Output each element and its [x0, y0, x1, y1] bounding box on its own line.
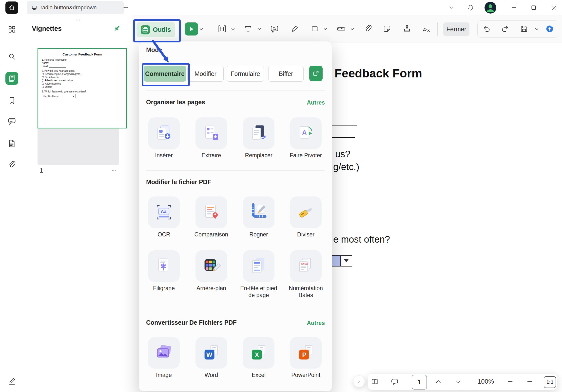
previous-page-button[interactable] [434, 377, 443, 386]
popup-divider [146, 170, 325, 171]
reading-mode-icon [370, 377, 379, 386]
radio-icon [42, 86, 44, 88]
rail-item-bookmarks[interactable] [6, 95, 18, 107]
shape-tool-button[interactable] [309, 23, 320, 35]
zoom-in-button[interactable] [525, 377, 535, 386]
pin-panel-button[interactable] [112, 23, 122, 34]
close-button[interactable] [549, 3, 559, 13]
toolbar: Outils Fermer [132, 15, 562, 43]
rail-item-attachments[interactable] [6, 159, 18, 171]
popup-item-entete-pied[interactable]: En-tête et pied de page [238, 250, 280, 299]
popup-item-extraire[interactable]: Extraire [190, 117, 232, 159]
stamp-tool-button[interactable] [401, 23, 413, 35]
popup-item-filigrane[interactable]: Filigrane [143, 250, 185, 292]
signature-tool-button[interactable] [421, 23, 432, 35]
pages-icon [7, 74, 17, 83]
notifications-button[interactable] [466, 3, 476, 13]
page-options-button[interactable] [109, 167, 119, 174]
rail-item-comments[interactable] [6, 115, 18, 127]
mode-commentaire-button[interactable]: Commentaire [144, 66, 186, 82]
comment-search-tool-button[interactable] [269, 23, 280, 35]
rail-item-thumbnails[interactable] [5, 72, 18, 85]
measure-tool-dropdown[interactable] [350, 27, 354, 31]
pen-tool-button[interactable] [289, 23, 300, 35]
rail-item-annotate[interactable] [6, 375, 18, 387]
highlight-tool-dropdown[interactable] [231, 27, 235, 31]
thumb-select-box: User Dashboard [42, 94, 76, 98]
mode-label-text: Modifier [194, 70, 216, 77]
organiser-autres-link[interactable]: Autres [307, 99, 325, 106]
document-text-fragment: us? [335, 149, 350, 160]
form-dropdown-button[interactable] [340, 256, 352, 266]
popup-item-diviser[interactable]: Diviser [285, 196, 327, 238]
popup-item-label: Filigrane [153, 285, 175, 292]
comments-icon [7, 117, 17, 126]
text-tool-dropdown[interactable] [257, 27, 262, 31]
user-avatar[interactable] [484, 2, 496, 14]
thumb-radio-option: Friend's recommendation [42, 79, 123, 82]
popup-item-comparaison[interactable]: Comparaison [190, 196, 232, 238]
open-in-new-window-button[interactable] [309, 66, 323, 81]
minimize-icon [510, 4, 518, 12]
next-page-button[interactable] [453, 377, 463, 386]
popup-item-rogner[interactable]: Rogner [238, 196, 280, 238]
select-tool-button[interactable] [185, 22, 198, 36]
panel-drag-handle[interactable] [70, 17, 86, 23]
popup-item-ocr[interactable]: Aa OCR [143, 196, 185, 238]
ellipsis-icon [71, 17, 84, 23]
new-tab-button[interactable] [121, 3, 131, 13]
to-image-icon [148, 337, 180, 369]
home-button[interactable] [5, 1, 18, 14]
highlight-tool-button[interactable] [216, 23, 228, 35]
redo-button[interactable] [499, 23, 510, 35]
mode-biffer-button[interactable]: Biffer [268, 66, 304, 82]
rail-item-home-grid[interactable] [6, 23, 18, 35]
actual-size-button[interactable]: 1:1 [544, 376, 556, 388]
select-tool-dropdown[interactable] [199, 27, 203, 31]
convertisseur-autres-link[interactable]: Autres [307, 320, 325, 326]
reading-mode-button[interactable] [370, 377, 379, 386]
popup-item-remplacer[interactable]: Remplacer [238, 117, 280, 159]
to-powerpoint-icon: P [290, 337, 322, 369]
comment-panel-button[interactable] [390, 377, 399, 386]
document-tab[interactable]: radio button&dropdown [27, 1, 124, 14]
maximize-button[interactable] [529, 3, 539, 13]
page-number-input[interactable]: 1 [412, 375, 427, 390]
popup-item-numerotation-bates[interactable]: 000123 Numérotation Bates [285, 250, 327, 299]
chevron-down-icon [447, 4, 455, 12]
fermer-button[interactable]: Fermer [443, 22, 469, 36]
toolbar-divider [437, 22, 438, 36]
save-dropdown[interactable] [535, 27, 539, 31]
popup-item-powerpoint[interactable]: P PowerPoint [285, 337, 327, 378]
shape-tool-dropdown[interactable] [323, 27, 328, 31]
popup-item-image[interactable]: Image [143, 337, 185, 378]
mode-modifier-button[interactable]: Modifier [187, 66, 224, 82]
undo-button[interactable] [481, 23, 493, 35]
text-tool-button[interactable] [242, 23, 254, 35]
rail-item-fields[interactable] [6, 138, 18, 149]
ratio-label: 1:1 [546, 379, 553, 385]
document-text-fragment: g/etc.) [333, 162, 359, 172]
redo-icon [500, 24, 509, 34]
popup-item-word[interactable]: W Word [190, 337, 232, 378]
ai-assistant-button[interactable] [544, 23, 555, 35]
popup-item-arriere-plan[interactable]: Arrière-plan [190, 250, 232, 292]
expand-statusbar-button[interactable] [353, 375, 365, 387]
popup-item-faire-pivoter[interactable]: A Faire Pivoter [285, 117, 327, 159]
minimize-button[interactable] [509, 3, 519, 13]
attachment-tool-button[interactable] [362, 23, 374, 35]
page-thumbnail[interactable]: Customer Feedback Form 1. Personal Infor… [38, 48, 119, 165]
stamp-icon [402, 24, 412, 34]
tabs-dropdown-button[interactable] [446, 3, 456, 13]
signature-icon [422, 24, 431, 34]
mode-formulaire-button[interactable]: Formulaire [227, 66, 264, 82]
popup-item-inserer[interactable]: Insérer [143, 117, 185, 159]
save-button[interactable] [518, 23, 530, 35]
measure-tool-button[interactable] [335, 23, 347, 35]
sticker-tool-button[interactable] [381, 23, 393, 35]
outils-button[interactable]: Outils [136, 22, 175, 37]
zoom-out-button[interactable] [505, 377, 515, 386]
rail-item-search[interactable] [6, 51, 18, 62]
plus-icon [526, 377, 534, 386]
popup-item-excel[interactable]: X Excel [238, 337, 280, 378]
